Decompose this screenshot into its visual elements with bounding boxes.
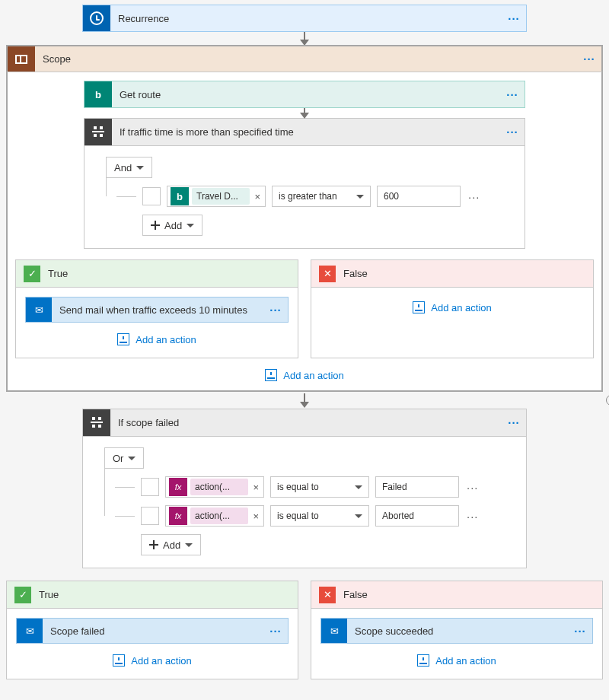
chevron-down-icon [136,166,144,170]
add-condition-row[interactable]: Add [142,215,202,236]
value-text: Aborted [382,511,414,521]
arrow-icon [300,393,309,408]
value-text: Failed [382,482,407,492]
info-icon[interactable]: i [606,395,609,406]
condition-branches: ✓ True ✉ Send mail when traffic exceeds … [15,259,594,358]
add-action-scope[interactable]: Add an action [262,364,347,386]
fx-icon: fx [169,478,187,496]
false-header: ✕ False [311,260,593,288]
false-branch: ✕ False ✉ Scope succeeded ··· Add an act… [311,581,603,679]
row-menu[interactable]: ··· [467,510,479,523]
plus-icon [151,221,160,230]
clock-icon [83,5,110,31]
token-label: action(... [190,479,248,495]
check-icon: ✓ [14,587,31,603]
get-route-title: Get route [112,89,500,100]
token-remove[interactable]: × [248,482,263,493]
row-checkbox[interactable] [142,187,161,205]
logic-operator-label: Or [113,453,123,464]
condition-header[interactable]: If traffic time is more than specified t… [84,119,525,146]
add-action-label: Add an action [136,334,196,345]
plus-icon [149,540,158,549]
condition-row: b Travel D... × is greater than 600 [116,186,503,207]
close-icon: ✕ [319,266,336,282]
condition-title: If scope failed [110,417,502,428]
action-menu[interactable]: ··· [568,625,592,638]
token-remove[interactable]: × [250,191,265,202]
operand-left[interactable]: fx action(... × [165,476,264,498]
operator-label: is greater than [279,191,337,202]
token-label: Travel D... [192,188,250,205]
condition-menu[interactable]: ··· [502,416,526,429]
operand-right[interactable]: 600 [377,186,461,207]
action-title: Scope succeeded [347,625,568,637]
row-checkbox[interactable] [141,478,159,496]
add-label: Add [163,539,180,551]
operator-dropdown[interactable]: is equal to [270,476,369,498]
add-action-icon [113,654,125,667]
scope-succeeded-action[interactable]: ✉ Scope succeeded ··· [320,618,593,644]
scope-menu[interactable]: ··· [577,52,601,65]
add-label: Add [164,220,182,231]
condition-icon [84,119,112,145]
scope-title: Scope [35,53,577,65]
operator-label: is equal to [277,511,319,521]
operand-left[interactable]: fx action(... × [165,505,264,527]
condition-branches: ✓ True ✉ Scope failed ··· Add an action … [6,581,603,679]
condition-row: fx action(... × is equal to Aborted ··· [115,505,505,527]
token-remove[interactable]: × [248,511,263,522]
true-label: True [39,589,59,600]
operand-right[interactable]: Aborted [375,505,459,527]
logic-app-designer: Recurrence ··· Scope ··· b Get route ··· [0,0,609,700]
condition-menu[interactable]: ··· [500,126,525,138]
add-action-icon [265,369,277,381]
scope-failed-action[interactable]: ✉ Scope failed ··· [16,618,289,644]
condition-header[interactable]: If scope failed ··· [83,409,526,437]
add-action-label: Add an action [431,302,492,313]
condition-icon [83,409,110,436]
logic-operator-dropdown[interactable]: Or [104,447,144,469]
add-action-icon [117,333,129,345]
true-header: ✓ True [16,260,298,288]
get-route-menu[interactable]: ··· [500,88,525,101]
scope-header[interactable]: Scope ··· [6,45,603,72]
chevron-down-icon [355,485,362,489]
row-menu[interactable]: ··· [468,190,480,203]
outlook-icon: ✉ [321,619,347,643]
logic-operator-dropdown[interactable]: And [106,157,152,178]
operator-dropdown[interactable]: is equal to [270,505,369,527]
row-checkbox[interactable] [141,507,159,525]
recurrence-menu[interactable]: ··· [502,12,526,25]
add-action-icon [417,654,429,667]
action-menu[interactable]: ··· [263,625,288,638]
outlook-icon: ✉ [17,619,43,643]
arrow-icon [6,31,603,46]
add-action-false[interactable]: Add an action [414,650,499,671]
operand-left[interactable]: b Travel D... × [167,186,266,207]
operator-dropdown[interactable]: is greater than [272,186,371,207]
false-header: ✕ False [311,581,602,609]
get-route-action[interactable]: b Get route ··· [84,81,525,108]
true-branch: ✓ True ✉ Scope failed ··· Add an action [6,581,298,679]
action-menu[interactable]: ··· [263,304,288,317]
operator-label: is equal to [277,482,319,492]
check-icon: ✓ [24,266,40,282]
token-label: action(... [190,508,248,524]
false-label: False [343,268,368,279]
operand-right[interactable]: Failed [375,476,459,498]
row-menu[interactable]: ··· [467,481,479,494]
add-action-label: Add an action [435,655,496,667]
chevron-down-icon [187,224,194,228]
action-title: Send mail when traffic exceeds 10 minute… [52,304,263,316]
add-action-true[interactable]: Add an action [114,329,199,350]
add-action-true[interactable]: Add an action [110,650,195,671]
add-condition-row[interactable]: Add [141,534,201,555]
fx-icon: fx [169,507,187,525]
close-icon: ✕ [319,587,336,603]
add-action-icon [413,301,425,313]
add-action-label: Add an action [131,655,192,667]
false-label: False [343,589,368,600]
send-mail-action[interactable]: ✉ Send mail when traffic exceeds 10 minu… [25,297,289,323]
recurrence-trigger[interactable]: Recurrence ··· [82,5,527,32]
add-action-false[interactable]: Add an action [410,297,495,318]
